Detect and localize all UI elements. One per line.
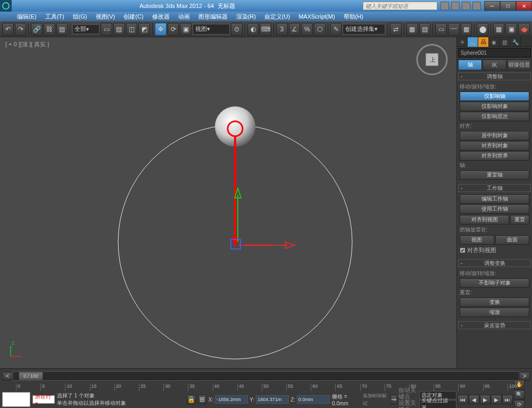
use-working-pivot-button[interactable]: 使用工作轴 <box>460 204 529 214</box>
menu-animation[interactable]: 动画 <box>174 13 194 21</box>
angle-snap-button[interactable]: ∠ <box>289 23 301 36</box>
info-icon[interactable] <box>440 2 449 10</box>
help-search-input[interactable] <box>363 2 437 10</box>
star-icon[interactable] <box>462 2 470 10</box>
next-frame-button[interactable]: ▶ <box>491 395 502 404</box>
menu-modifiers[interactable]: 修改器 <box>148 13 174 21</box>
menu-view[interactable]: 视图(V) <box>92 13 120 21</box>
time-ruler[interactable]: 0510152025303540455055606570758085909510… <box>0 384 532 391</box>
adjust-transform-rollout[interactable]: 调整变换 <box>458 259 531 267</box>
spinner-snap-button[interactable]: ⬡ <box>314 23 326 36</box>
manipulate-button[interactable]: ◐ <box>247 23 259 36</box>
close-button[interactable]: ✕ <box>516 1 532 11</box>
menu-edit[interactable]: 编辑(E) <box>13 13 41 21</box>
linkinfo-tab[interactable]: 链接信息 <box>507 60 531 70</box>
percent-snap-button[interactable]: % <box>301 23 313 36</box>
place-view-button[interactable]: 视图 <box>460 235 494 245</box>
link-button[interactable]: 🔗 <box>31 23 43 36</box>
align-to-view-button[interactable]: 对齐到视图 <box>460 215 509 224</box>
render-setup-button[interactable]: ▦ <box>493 23 505 36</box>
working-pivot-rollout[interactable]: 工作轴 <box>458 184 531 192</box>
skin-pose-rollout[interactable]: 蒙皮姿势 <box>458 321 531 329</box>
reset-transform-button[interactable]: 变换 <box>460 297 529 307</box>
modify-tab-icon[interactable]: ⬓ <box>468 37 478 47</box>
current-line-dropdown[interactable]: 所在行 ▾ <box>32 395 55 404</box>
affect-pivot-only-button[interactable]: 仅影响轴 <box>460 91 529 101</box>
select-button[interactable]: ▭ <box>101 23 112 36</box>
render-production-button[interactable]: 🫖 <box>518 23 530 36</box>
snap-toggle-button[interactable]: 3 <box>276 23 288 36</box>
reset-pivot-button[interactable]: 重置轴 <box>460 170 529 180</box>
menu-graph-editors[interactable]: 图形编辑器 <box>194 13 232 21</box>
affect-hierarchy-only-button[interactable]: 仅影响层次 <box>460 112 529 121</box>
display-tab-icon[interactable]: ▥ <box>500 37 510 47</box>
pivot-tab[interactable]: 轴 <box>458 60 482 70</box>
comm-icon[interactable] <box>451 2 460 10</box>
scale-button[interactable]: ▣ <box>180 23 192 36</box>
curve-editor-button[interactable]: 〰 <box>448 23 460 36</box>
ribbon-button[interactable]: ▭ <box>435 23 447 36</box>
menu-create[interactable]: 创建(C) <box>119 13 147 21</box>
align-to-view-checkbox[interactable]: ✓ <box>460 247 466 253</box>
z-coord-input[interactable] <box>297 395 330 404</box>
unlink-button[interactable]: ⛓ <box>44 23 55 36</box>
viewport[interactable]: [ + 0 ][顶 ][ 真实 ] <box>0 37 456 368</box>
align-to-object-button[interactable]: 对齐到对象 <box>460 141 529 151</box>
x-coord-input[interactable] <box>215 395 248 404</box>
adjust-pivot-rollout[interactable]: 调整轴 <box>458 72 531 80</box>
menu-help[interactable]: 帮助(H) <box>339 13 368 21</box>
object-name-input[interactable] <box>458 48 531 57</box>
keyboard-shortcut-button[interactable]: ⌨ <box>260 23 271 36</box>
use-pivot-center-button[interactable]: ⊙ <box>231 23 243 36</box>
reset-scale-button[interactable]: 缩放 <box>460 307 529 317</box>
selection-lock-button[interactable]: 🔒 <box>187 395 196 404</box>
material-editor-button[interactable]: ⬤ <box>477 23 488 36</box>
menu-tools[interactable]: 工具(T) <box>41 13 69 21</box>
selection-filter-dropdown[interactable]: 全部 ▾ <box>72 24 99 34</box>
mini-listener-button[interactable]: < <box>2 372 13 380</box>
mirror-button[interactable]: ⇄ <box>390 23 402 36</box>
affect-object-only-button[interactable]: 仅影响对象 <box>460 102 529 111</box>
undo-button[interactable]: ↶ <box>2 23 14 36</box>
rotate-button[interactable]: ⟳ <box>168 23 179 36</box>
named-selection-dropdown[interactable]: 创建选择集 ▾ <box>343 24 385 35</box>
time-slider[interactable]: 0 / 100 <box>13 371 519 381</box>
redo-button[interactable]: ↷ <box>15 23 27 36</box>
maxscript-listener[interactable] <box>2 392 30 407</box>
ik-tab[interactable]: IK <box>483 60 506 70</box>
key-mode-button[interactable]: ⊸ <box>390 395 397 404</box>
edit-working-pivot-button[interactable]: 编辑工作轴 <box>460 194 529 204</box>
nav-orbit-button[interactable]: ⟳ <box>514 400 525 409</box>
set-key-button[interactable]: 设置关键点 <box>398 399 418 408</box>
ref-coord-dropdown[interactable]: 视图 ▾ <box>193 24 230 35</box>
prev-frame-button[interactable]: ◀ <box>469 395 479 404</box>
rendered-frame-button[interactable]: ▣ <box>505 23 517 36</box>
schematic-view-button[interactable]: ▦ <box>461 23 472 36</box>
menu-group[interactable]: 组(G) <box>69 13 92 21</box>
align-to-world-button[interactable]: 对齐到世界 <box>460 151 529 161</box>
create-tab-icon[interactable]: ✳ <box>457 37 468 47</box>
add-time-tag-button[interactable]: 添加时间标记 <box>363 392 388 407</box>
hierarchy-tab-icon[interactable]: 品 <box>478 37 489 47</box>
edit-selection-set-button[interactable]: ✎ <box>330 23 342 36</box>
dont-affect-children-button[interactable]: 不影响子对象 <box>460 278 529 288</box>
utilities-tab-icon[interactable]: 🔧 <box>510 37 521 47</box>
goto-end-button[interactable]: ⏭ <box>502 395 513 404</box>
window-crossing-button[interactable]: ◩ <box>138 23 150 36</box>
place-surface-button[interactable]: 曲面 <box>495 235 530 245</box>
menu-rendering[interactable]: 渲染(R) <box>232 13 260 21</box>
motion-tab-icon[interactable]: ◉ <box>489 37 500 47</box>
viewcube[interactable]: 上 <box>415 43 449 77</box>
help-icon[interactable] <box>472 2 481 10</box>
select-region-button[interactable]: ◫ <box>126 23 138 36</box>
center-to-object-button[interactable]: 居中到对象 <box>460 131 529 140</box>
goto-start-button[interactable]: ⏮ <box>458 395 468 404</box>
minimize-button[interactable]: ─ <box>484 1 500 11</box>
time-slider-thumb[interactable]: 0 / 100 <box>19 372 43 380</box>
abs-rel-transform-button[interactable]: ⊞ <box>198 395 206 404</box>
layer-button[interactable]: ▤ <box>419 23 431 36</box>
nav-zoom-button[interactable]: 🔍 <box>514 390 525 399</box>
bind-button[interactable]: ▤ <box>56 23 68 36</box>
select-by-name-button[interactable]: ▤ <box>113 23 125 36</box>
maximize-button[interactable]: □ <box>500 1 516 11</box>
